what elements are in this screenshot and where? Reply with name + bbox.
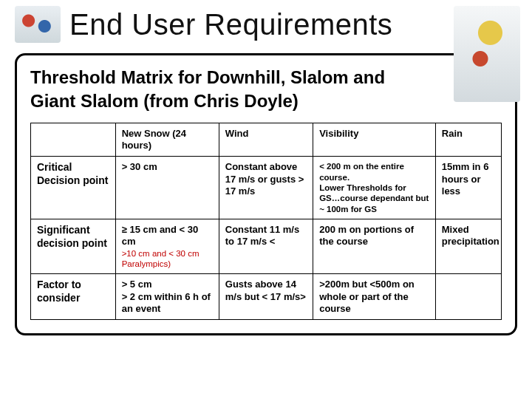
cell-text: 15mm in 6 hours or less bbox=[442, 161, 489, 197]
cell-snow: > 5 cm > 2 cm within 6 h of an event bbox=[115, 274, 219, 320]
cell-text: Constant 11 m/s to 17 m/s < bbox=[225, 224, 299, 247]
col-blank bbox=[31, 123, 116, 157]
threshold-matrix-table: New Snow (24 hours) Wind Visibility Rain… bbox=[30, 123, 502, 320]
snow-line1: > 5 cm bbox=[122, 279, 152, 290]
snow-line1: ≥ 15 cm and < 30 cm bbox=[122, 224, 199, 247]
row-label: Critical Decision point bbox=[31, 157, 116, 219]
row-label: Significant decision point bbox=[31, 219, 116, 274]
vis-line1: < 200 m on the entire course. bbox=[319, 162, 404, 181]
table-header-row: New Snow (24 hours) Wind Visibility Rain bbox=[31, 123, 502, 157]
page-title: End User Requirements bbox=[69, 8, 392, 41]
skier-thumbnail-left bbox=[15, 6, 61, 43]
cell-text: >200m but <500m on whole or part of the … bbox=[319, 279, 415, 314]
vis-line2: Lower Thresholds for GS…course dependant… bbox=[319, 183, 429, 214]
col-visibility: Visibility bbox=[313, 123, 436, 157]
cell-visibility: >200m but <500m on whole or part of the … bbox=[313, 274, 436, 320]
row-factor: Factor to consider > 5 cm > 2 cm within … bbox=[31, 274, 502, 320]
cell-text: Mixed precipitation bbox=[442, 224, 499, 247]
row-label: Factor to consider bbox=[31, 274, 116, 320]
skier-thumbnail-right bbox=[454, 6, 520, 102]
cell-rain: 15mm in 6 hours or less bbox=[435, 157, 501, 219]
cell-rain bbox=[435, 274, 501, 320]
cell-visibility: < 200 m on the entire course. Lower Thre… bbox=[313, 157, 436, 219]
panel-subtitle: Threshold Matrix for Downhill, Slalom an… bbox=[30, 66, 429, 114]
cell-text: Constant above 17 m/s or gusts > 17 m/s bbox=[225, 161, 304, 197]
cell-visibility: 200 m on portions of the course bbox=[313, 219, 436, 274]
col-new-snow: New Snow (24 hours) bbox=[115, 123, 219, 157]
cell-text: 200 m on portions of the course bbox=[319, 224, 414, 247]
cell-rain: Mixed precipitation bbox=[435, 219, 501, 274]
content-panel: Threshold Matrix for Downhill, Slalom an… bbox=[15, 53, 517, 335]
cell-snow: > 30 cm bbox=[115, 157, 219, 219]
row-significant: Significant decision point ≥ 15 cm and <… bbox=[31, 219, 502, 274]
cell-text: Gusts above 14 m/s but < 17 m/s> bbox=[225, 279, 306, 301]
col-wind: Wind bbox=[219, 123, 313, 157]
cell-wind: Constant 11 m/s to 17 m/s < bbox=[219, 219, 313, 274]
cell-text: > 30 cm bbox=[122, 161, 157, 172]
row-critical: Critical Decision point > 30 cm Constant… bbox=[31, 157, 502, 219]
snow-line2-paralympics: >10 cm and < 30 cm Paralympics) bbox=[122, 248, 213, 270]
col-rain: Rain bbox=[435, 123, 501, 157]
cell-snow: ≥ 15 cm and < 30 cm >10 cm and < 30 cm P… bbox=[115, 219, 219, 274]
cell-wind: Constant above 17 m/s or gusts > 17 m/s bbox=[219, 157, 313, 219]
snow-line2: > 2 cm within 6 h of an event bbox=[122, 291, 211, 314]
cell-wind: Gusts above 14 m/s but < 17 m/s> bbox=[219, 274, 313, 320]
